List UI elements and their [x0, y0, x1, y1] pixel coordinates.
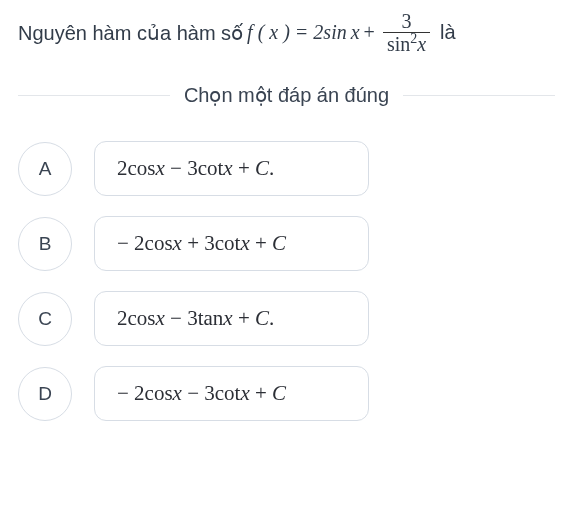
expr-x2: x [223, 156, 232, 180]
expr-pre: 2cos [117, 306, 156, 330]
question-prefix: Nguyên hàm của hàm số [18, 21, 243, 45]
option-c[interactable]: C2cosx − 3tanx + C. [18, 291, 555, 346]
expr-x2: x [223, 306, 232, 330]
option-answer-c[interactable]: 2cosx − 3tanx + C. [94, 291, 369, 346]
option-letter-d[interactable]: D [18, 367, 72, 421]
question-text: Nguyên hàm của hàm số f ( x ) = 2sinx + … [18, 10, 555, 55]
expr-post: + [250, 381, 272, 405]
instruction-row: Chọn một đáp án đúng [18, 83, 555, 107]
expr-post: + [250, 231, 272, 255]
expr-x1: x [173, 381, 182, 405]
option-answer-b[interactable]: − 2cosx + 3cotx + C [94, 216, 369, 271]
question-var1: x [351, 21, 360, 44]
expr-post: + [233, 306, 255, 330]
question-plus: + [364, 21, 375, 44]
expr-post: + [233, 156, 255, 180]
question-func-left: f ( x ) = 2sin [247, 21, 347, 44]
fraction-denominator: sin2x [383, 32, 430, 55]
option-a[interactable]: A2cosx − 3cotx + C. [18, 141, 555, 196]
question-trail: là [440, 21, 456, 44]
options-list: A2cosx − 3cotx + C.B − 2cosx + 3cotx + C… [18, 141, 555, 421]
expr-mid: − 3cot [182, 381, 241, 405]
expr-x1: x [156, 156, 165, 180]
option-letter-c[interactable]: C [18, 292, 72, 346]
expr-dot: . [269, 306, 274, 330]
option-letter-a[interactable]: A [18, 142, 72, 196]
expr-C: C [272, 381, 286, 405]
option-b[interactable]: B − 2cosx + 3cotx + C [18, 216, 555, 271]
expr-mid: − 3tan [165, 306, 224, 330]
expr-x1: x [173, 231, 182, 255]
expr-x2: x [240, 231, 249, 255]
option-d[interactable]: D − 2cosx − 3cotx + C [18, 366, 555, 421]
expr-x1: x [156, 306, 165, 330]
divider-left [18, 95, 170, 96]
expr-x2: x [240, 381, 249, 405]
den-sin: sin [387, 33, 410, 55]
question-fraction: 3 sin2x [383, 10, 430, 55]
expr-C: C [255, 306, 269, 330]
option-answer-d[interactable]: − 2cosx − 3cotx + C [94, 366, 369, 421]
option-answer-a[interactable]: 2cosx − 3cotx + C. [94, 141, 369, 196]
fraction-numerator: 3 [397, 10, 415, 32]
expr-C: C [272, 231, 286, 255]
option-letter-b[interactable]: B [18, 217, 72, 271]
den-x: x [417, 33, 426, 55]
expr-mid: − 3cot [165, 156, 224, 180]
divider-right [403, 95, 555, 96]
expr-pre: − 2cos [117, 381, 173, 405]
expr-pre: 2cos [117, 156, 156, 180]
expr-C: C [255, 156, 269, 180]
expr-pre: − 2cos [117, 231, 173, 255]
expr-mid: + 3cot [182, 231, 241, 255]
instruction-text: Chọn một đáp án đúng [170, 83, 403, 107]
expr-dot: . [269, 156, 274, 180]
